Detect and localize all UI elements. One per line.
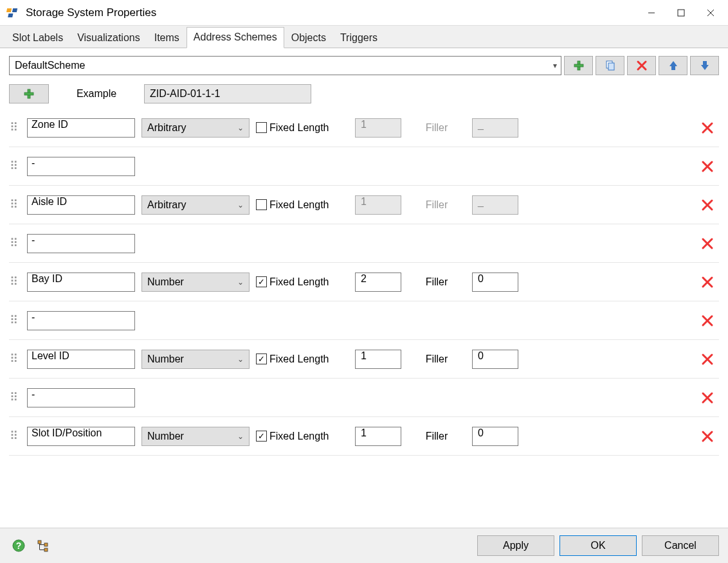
example-row: Example ZID-AID-01-1-1 (0, 79, 728, 109)
separator-input[interactable]: - (27, 388, 135, 407)
drag-handle[interactable]: ⠿ (9, 396, 21, 399)
field-row: ⠿Bay IDNumber⌄✓Fixed Length2Filler0 (9, 263, 719, 301)
chevron-down-icon: ⌄ (237, 278, 244, 287)
fixed-length-checkbox[interactable] (256, 122, 267, 133)
chevron-down-icon: ▾ (553, 61, 557, 70)
scheme-dropdown[interactable]: DefaultScheme ▾ (9, 56, 561, 75)
segment-name-input[interactable]: Zone ID (27, 118, 135, 138)
length-input: 1 (355, 195, 401, 215)
fixed-length-label: Fixed Length (269, 353, 329, 365)
fixed-length-checkbox-wrap: ✓Fixed Length (256, 276, 349, 288)
tab-visualizations[interactable]: Visualizations (70, 28, 147, 48)
maximize-button[interactable] (666, 0, 696, 26)
svg-text:?: ? (16, 541, 22, 551)
svg-rect-39 (44, 548, 48, 551)
drag-handle[interactable]: ⠿ (9, 280, 21, 283)
separator-row: ⠿- (9, 379, 719, 417)
tab-objects[interactable]: Objects (284, 28, 333, 48)
delete-segment-button[interactable] (701, 314, 719, 327)
chevron-down-icon: ⌄ (237, 123, 244, 132)
drag-handle[interactable]: ⠿ (9, 126, 21, 129)
tab-slot-labels[interactable]: Slot Labels (5, 28, 70, 48)
field-row: ⠿Aisle IDArbitrary⌄Fixed Length1Filler_ (9, 186, 719, 224)
filler-label: Filler (408, 199, 466, 211)
fixed-length-checkbox[interactable] (256, 199, 267, 210)
fixed-length-label: Fixed Length (269, 122, 329, 134)
chevron-down-icon: ⌄ (237, 432, 244, 441)
drag-handle[interactable]: ⠿ (9, 203, 21, 206)
svg-rect-8 (574, 64, 583, 67)
chevron-down-icon: ⌄ (237, 355, 244, 364)
delete-segment-button[interactable] (701, 237, 719, 250)
copy-scheme-button[interactable] (596, 56, 624, 75)
segment-type-dropdown[interactable]: Number⌄ (141, 350, 250, 369)
delete-segment-button[interactable] (701, 353, 719, 366)
titlebar: Storage System Properties (0, 0, 728, 26)
segment-type-dropdown[interactable]: Number⌄ (141, 273, 250, 292)
separator-input[interactable]: - (27, 311, 135, 330)
help-button[interactable]: ? (9, 536, 28, 555)
segment-type-dropdown[interactable]: Arbitrary⌄ (141, 118, 250, 138)
add-scheme-button[interactable] (564, 56, 593, 75)
segment-name-input[interactable]: Aisle ID (27, 195, 135, 215)
window-title: Storage System Properties (26, 6, 156, 19)
segment-type-dropdown[interactable]: Number⌄ (141, 427, 250, 446)
filler-label: Filler (408, 353, 466, 365)
fixed-length-checkbox[interactable]: ✓ (256, 431, 267, 442)
drag-handle[interactable]: ⠿ (9, 242, 21, 245)
close-button[interactable] (696, 0, 725, 26)
filler-input[interactable]: 0 (472, 273, 518, 292)
tab-bar: Slot LabelsVisualizationsItemsAddress Sc… (0, 26, 728, 48)
separator-input[interactable]: - (27, 157, 135, 176)
svg-rect-38 (44, 543, 48, 546)
length-input: 1 (355, 118, 401, 138)
tree-button[interactable] (33, 536, 53, 555)
fixed-length-checkbox[interactable]: ✓ (256, 353, 267, 364)
svg-rect-37 (38, 541, 41, 544)
delete-segment-button[interactable] (701, 430, 719, 443)
delete-segment-button[interactable] (701, 121, 719, 134)
segment-name-input[interactable]: Bay ID (27, 273, 135, 292)
fixed-length-checkbox-wrap: Fixed Length (256, 199, 349, 211)
filler-input[interactable]: 0 (472, 427, 518, 446)
fixed-length-checkbox-wrap: ✓Fixed Length (256, 353, 349, 365)
segment-type-dropdown[interactable]: Arbitrary⌄ (141, 195, 250, 215)
delete-segment-button[interactable] (701, 391, 719, 404)
separator-row: ⠿- (9, 147, 719, 186)
length-input[interactable]: 2 (355, 273, 401, 292)
filler-label: Filler (408, 276, 466, 288)
cancel-button[interactable]: Cancel (642, 535, 719, 556)
add-segment-button[interactable] (9, 84, 49, 103)
drag-handle[interactable]: ⠿ (9, 434, 21, 438)
filler-input[interactable]: 0 (472, 350, 518, 369)
drag-handle[interactable]: ⠿ (9, 319, 21, 322)
separator-input[interactable]: - (27, 234, 135, 253)
tab-items[interactable]: Items (147, 28, 187, 48)
drag-handle[interactable]: ⠿ (9, 165, 21, 168)
tab-triggers[interactable]: Triggers (333, 28, 385, 48)
ok-button[interactable]: OK (560, 535, 637, 556)
delete-segment-button[interactable] (701, 276, 719, 289)
delete-segment-button[interactable] (701, 199, 719, 211)
length-input[interactable]: 1 (355, 427, 401, 446)
apply-button[interactable]: Apply (477, 535, 554, 556)
move-down-button[interactable] (690, 56, 719, 75)
fixed-length-checkbox-wrap: Fixed Length (256, 122, 349, 134)
separator-row: ⠿- (9, 224, 719, 263)
svg-rect-0 (6, 8, 12, 12)
field-row: ⠿Zone IDArbitrary⌄Fixed Length1Filler_ (9, 109, 719, 147)
svg-marker-14 (701, 61, 709, 70)
fixed-length-checkbox-wrap: ✓Fixed Length (256, 431, 349, 442)
drag-handle[interactable]: ⠿ (9, 357, 21, 361)
tab-address-schemes[interactable]: Address Schemes (187, 27, 284, 48)
fixed-length-checkbox[interactable]: ✓ (256, 276, 267, 287)
app-icon (6, 6, 21, 20)
segment-name-input[interactable]: Slot ID/Position (27, 427, 135, 446)
delete-scheme-button[interactable] (627, 56, 656, 75)
svg-rect-2 (8, 13, 13, 17)
segment-name-input[interactable]: Level ID (27, 350, 135, 369)
move-up-button[interactable] (659, 56, 687, 75)
delete-segment-button[interactable] (701, 160, 719, 173)
length-input[interactable]: 1 (355, 350, 401, 369)
minimize-button[interactable] (637, 0, 666, 26)
